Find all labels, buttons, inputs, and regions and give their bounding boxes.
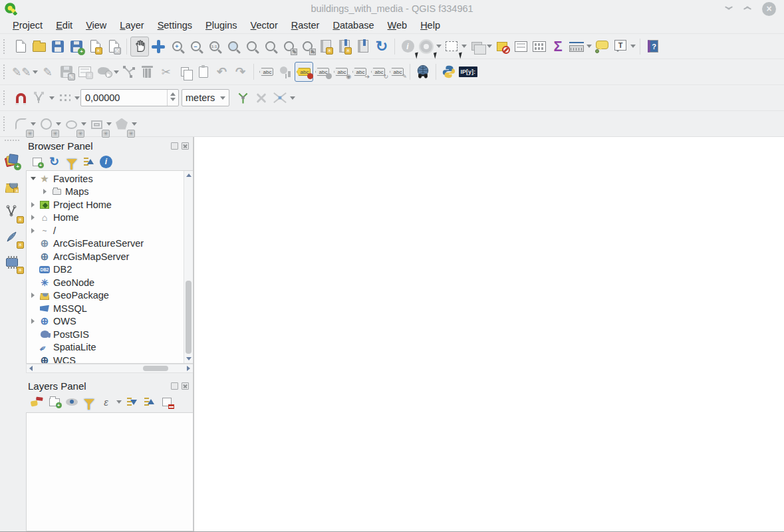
show-hide-labels-button[interactable]: abc◉ xyxy=(332,62,350,82)
tree-item-geopackage[interactable]: GeoPackage xyxy=(28,289,193,303)
highlight-pinned-labels-button[interactable]: abc xyxy=(295,62,313,82)
draw-ellipse-button[interactable]: ✳ xyxy=(62,114,80,134)
text-annotation-button[interactable]: T xyxy=(611,37,630,57)
scrollbar-thumb[interactable] xyxy=(143,366,168,371)
new-spatial-bookmark-button[interactable]: ✳ xyxy=(317,37,335,57)
topological-editing-button[interactable] xyxy=(233,88,252,108)
menu-raster[interactable]: Raster xyxy=(285,19,326,32)
filter-expression-dropdown[interactable] xyxy=(116,394,122,410)
new-print-layout-button[interactable]: ✳ xyxy=(86,37,104,57)
layers-panel-float-button[interactable] xyxy=(171,382,178,390)
toolbar-drag-handle[interactable] xyxy=(3,116,9,131)
tree-item-mssql[interactable]: MSSQL xyxy=(28,302,193,315)
toggle-editing-button[interactable]: ✎ xyxy=(39,62,57,82)
open-attribute-table-button[interactable] xyxy=(511,37,530,57)
browser-collapse-all-button[interactable] xyxy=(81,154,96,170)
menu-plugins[interactable]: Plugins xyxy=(199,19,243,32)
scroll-right-arrow[interactable] xyxy=(185,364,193,372)
new-project-button[interactable] xyxy=(11,37,30,57)
zoom-full-button[interactable] xyxy=(223,37,242,57)
layer-styling-button[interactable] xyxy=(29,394,45,410)
deselect-features-button[interactable] xyxy=(493,37,511,57)
draw-regular-polygon-button[interactable]: ✳ xyxy=(112,114,131,134)
filter-by-expression-button[interactable]: ε xyxy=(98,394,114,410)
copy-features-button[interactable] xyxy=(176,62,194,82)
title-bar[interactable]: buildings_with_media - QGIS f334961 × xyxy=(0,0,784,17)
show-spatial-bookmarks-button[interactable]: ✳ xyxy=(335,37,354,57)
show-layout-manager-button[interactable]: ⚒ xyxy=(104,37,123,57)
tree-item-arcgis-map-server[interactable]: ⊕ArcGisMapServer xyxy=(28,250,193,263)
spinner-buttons[interactable] xyxy=(167,90,178,106)
snapping-tolerance-spinbox[interactable] xyxy=(80,89,179,106)
snapping-mode-dropdown[interactable] xyxy=(49,88,55,108)
snapping-mode-button[interactable] xyxy=(30,88,49,108)
remove-layer-button[interactable] xyxy=(159,394,174,410)
data-source-manager-button[interactable]: + xyxy=(3,152,21,170)
new-spatialite-layer-button[interactable]: ✳ xyxy=(3,227,21,246)
map-tips-button[interactable] xyxy=(592,37,611,57)
menu-vector[interactable]: Vector xyxy=(245,19,284,32)
tree-item-ows[interactable]: ⊕OWS xyxy=(28,315,193,329)
expand-all-button[interactable] xyxy=(124,394,140,410)
snapping-type-button[interactable] xyxy=(55,88,74,108)
ipython-console-button[interactable]: IP[y]: xyxy=(458,62,479,82)
select-features-button[interactable] xyxy=(442,37,461,57)
zoom-in-button[interactable]: + xyxy=(168,37,186,57)
move-label-button[interactable]: abc➔ xyxy=(350,62,369,82)
open-project-button[interactable] xyxy=(30,37,49,57)
delete-selected-button[interactable] xyxy=(138,62,157,82)
scroll-up-arrow[interactable] xyxy=(184,171,193,179)
change-label-button[interactable]: abc✎ xyxy=(388,62,406,82)
save-project-button[interactable] xyxy=(49,37,67,57)
vertex-tool-button[interactable] xyxy=(120,62,138,82)
refresh-map-button[interactable]: ↻ xyxy=(372,37,391,57)
browser-panel-float-button[interactable] xyxy=(171,142,178,150)
close-button[interactable]: × xyxy=(762,2,776,16)
tree-item-project-home[interactable]: Project Home xyxy=(28,198,193,211)
scroll-left-arrow[interactable] xyxy=(27,364,35,372)
open-field-calculator-button[interactable] xyxy=(530,37,549,57)
new-shapefile-layer-button[interactable]: ✳ xyxy=(3,202,21,221)
circular-string-button[interactable]: ✳ xyxy=(11,114,30,134)
zoom-out-button[interactable]: − xyxy=(186,37,205,57)
select-by-form-dropdown[interactable] xyxy=(486,37,493,57)
minimize-button[interactable] xyxy=(725,6,733,11)
tree-item-maps[interactable]: Maps xyxy=(28,186,193,199)
tree-item-db2[interactable]: DB2DB2 xyxy=(28,263,193,277)
move-feature-dropdown[interactable] xyxy=(113,62,120,82)
browser-properties-button[interactable]: i xyxy=(98,154,114,170)
scrollbar-thumb[interactable] xyxy=(186,281,192,354)
tree-item-spatialite[interactable]: ✒SpatiaLite xyxy=(28,341,193,354)
zoom-next-button[interactable]: ▸ xyxy=(298,37,317,57)
pin-unpin-labels-button[interactable]: abc xyxy=(313,62,332,82)
help-button[interactable]: ? xyxy=(644,37,662,57)
measure-button[interactable] xyxy=(567,37,586,57)
statistical-summary-button[interactable]: Σ xyxy=(549,37,567,57)
move-feature-button[interactable] xyxy=(94,62,113,82)
tree-item-wcs[interactable]: ⊕WCS xyxy=(28,354,193,364)
browser-refresh-button[interactable]: ↻ xyxy=(47,154,62,170)
current-edits-button[interactable]: ✎✎ xyxy=(11,62,32,82)
layer-diagram-options-button[interactable] xyxy=(276,62,295,82)
maximize-button[interactable] xyxy=(743,6,751,11)
layers-panel-close-button[interactable] xyxy=(182,382,189,390)
run-feature-action-button[interactable] xyxy=(417,37,436,57)
browser-add-layers-button[interactable]: + xyxy=(29,154,45,170)
tree-item-arcgis-feature-server[interactable]: ⊕ArcGisFeatureServer xyxy=(28,237,193,251)
save-layer-edits-button[interactable]: ✎ xyxy=(57,62,76,82)
paste-features-button[interactable] xyxy=(194,62,213,82)
menu-edit[interactable]: Edit xyxy=(50,19,78,32)
cut-features-button[interactable]: ✂ xyxy=(157,62,176,82)
select-by-form-button[interactable] xyxy=(467,37,486,57)
menu-layer[interactable]: Layer xyxy=(114,19,150,32)
layers-list[interactable] xyxy=(26,412,193,531)
rotate-label-button[interactable]: abc↻ xyxy=(369,62,388,82)
annotation-dropdown[interactable] xyxy=(630,37,636,57)
add-group-button[interactable]: + xyxy=(47,394,62,410)
avoid-overlap-dropdown[interactable] xyxy=(289,88,296,108)
zoom-to-layer-button[interactable] xyxy=(261,37,279,57)
python-console-button[interactable] xyxy=(440,62,458,82)
measure-dropdown[interactable] xyxy=(586,37,592,57)
zoom-last-button[interactable]: ◂ xyxy=(279,37,298,57)
snapping-tolerance-input[interactable] xyxy=(81,92,167,103)
